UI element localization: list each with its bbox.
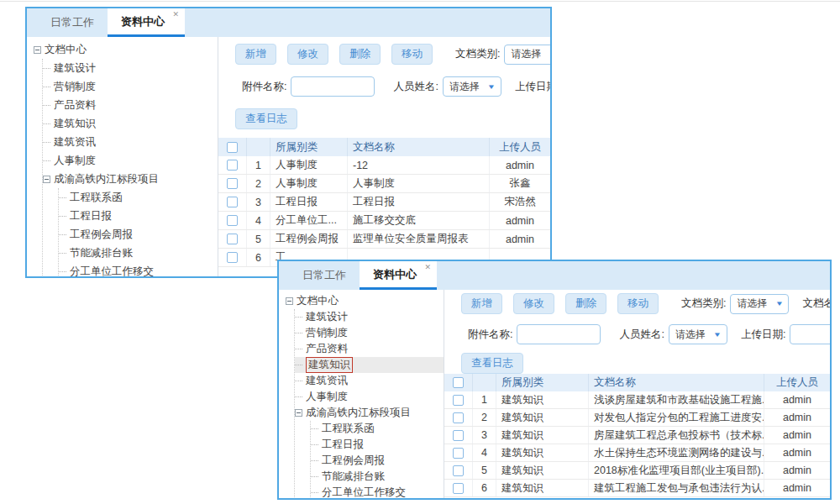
tree-connector [311, 476, 318, 477]
add-button[interactable]: 新增 [461, 293, 502, 314]
person-name-select[interactable]: 请选择 ▼ [669, 324, 727, 344]
move-button[interactable]: 移动 [391, 44, 433, 65]
tree-label: 建筑资讯 [306, 374, 348, 388]
table-row[interactable]: 1 人事制度 -12 admin [218, 156, 550, 175]
table-row[interactable]: 5 工程例会周报 监理单位安全质量周报表 admin [218, 230, 550, 249]
tab-label: 日常工作 [50, 15, 94, 30]
edit-button[interactable]: 修改 [287, 44, 328, 65]
tree-root-node[interactable]: 文档中心 [286, 293, 444, 309]
table-row[interactable]: 4 分工单位工... 施工移交交底 admin [218, 212, 550, 230]
table-row[interactable]: 2 人事制度 人事制度 张鑫 [218, 175, 550, 193]
table-row[interactable]: 1 建筑知识 浅谈房屋建筑和市政基础设施工程施... admin [444, 391, 830, 409]
doc-category-select[interactable]: 请选择 ▼ [504, 45, 550, 65]
tree-node[interactable]: 工程例会周报 [311, 453, 444, 469]
view-log-button[interactable]: 查看日志 [461, 353, 523, 374]
tab-daily-work[interactable]: 日常工作 [37, 8, 108, 37]
select-all-checkbox[interactable] [227, 142, 238, 153]
tree-label: 分工单位工作移交 [322, 486, 406, 498]
doc-category-select[interactable]: 请选择 ▼ [730, 294, 789, 314]
row-checkbox[interactable] [453, 483, 464, 494]
tree-node[interactable]: 工程日报 [59, 207, 218, 225]
tree-node[interactable]: 产品资料 [43, 96, 218, 114]
tree-node[interactable]: 营销制度 [43, 77, 218, 96]
row-checkbox[interactable] [227, 215, 238, 226]
close-icon[interactable]: ✕ [424, 264, 431, 271]
row-checkbox[interactable] [227, 252, 238, 263]
edit-button[interactable]: 修改 [513, 293, 554, 314]
tree-node[interactable]: 建筑设计 [43, 59, 218, 77]
row-index: 6 [247, 249, 270, 266]
row-checkbox[interactable] [453, 430, 464, 441]
tree-node[interactable]: 建筑资讯 [43, 133, 218, 151]
tree-node[interactable]: 分工单位工作移交 [311, 485, 444, 498]
tree-node[interactable]: 建筑设计 [295, 309, 444, 325]
row-uploader: 宋浩然 [490, 193, 550, 211]
row-checkbox[interactable] [453, 412, 464, 423]
tree-label: 成渝高铁内江标段项目 [306, 406, 411, 420]
tree-node[interactable]: 人事制度 [43, 151, 218, 170]
tree-node-selected[interactable]: 建筑知识 [295, 357, 444, 373]
row-checkbox[interactable] [227, 197, 238, 207]
tree-node[interactable]: 产品资料 [295, 341, 444, 357]
attachment-name-input[interactable] [291, 76, 375, 97]
table-row[interactable]: 4 建筑知识 水土保持生态环境监测网络的建设与... admin [444, 444, 830, 462]
tree-connector [43, 142, 50, 143]
row-checkbox[interactable] [227, 160, 238, 171]
tab-data-center[interactable]: 资料中心 ✕ [360, 261, 437, 290]
table-row[interactable]: 6 建筑知识 建筑工程施工发包与承包违法行为认... admin [444, 480, 830, 497]
tab-data-center[interactable]: 资料中心 ✕ [108, 8, 185, 37]
select-value: 请选择 [511, 47, 541, 61]
tree-node[interactable]: 工程日报 [311, 437, 444, 453]
select-all-checkbox[interactable] [453, 377, 464, 388]
tree-project-node[interactable]: 成渝高铁内江标段项目 [43, 170, 218, 188]
tree-node[interactable]: 建筑知识 [43, 114, 218, 133]
row-doc-name: 工程日报 [348, 193, 490, 211]
delete-button[interactable]: 删除 [339, 44, 381, 65]
tree-node[interactable]: 人事制度 [295, 389, 444, 405]
row-doc-name: 人事制度 [348, 175, 490, 192]
row-checkbox[interactable] [453, 448, 464, 459]
row-checkbox[interactable] [453, 395, 464, 406]
row-checkbox[interactable] [227, 234, 238, 244]
move-button[interactable]: 移动 [617, 293, 659, 314]
select-value: 请选择 [675, 328, 706, 342]
tree-root-node[interactable]: 文档中心 [34, 40, 218, 59]
tree-connector [59, 197, 66, 198]
row-uploader: admin [764, 409, 830, 426]
tab-daily-work[interactable]: 日常工作 [289, 261, 360, 290]
content-panel: 新增 修改 删除 移动 文档类别: 请选择 ▼ 附件名称: 人员姓名: 请选择 … [218, 37, 550, 276]
collapse-icon[interactable] [43, 176, 50, 183]
tree-connector [43, 160, 50, 161]
row-checkbox[interactable] [453, 465, 464, 476]
tree-node[interactable]: 建筑资讯 [295, 373, 444, 389]
table-row[interactable]: 5 建筑知识 2018标准化监理项目部(业主项目部)... admin [444, 462, 830, 480]
tree-project-node[interactable]: 成渝高铁内江标段项目 [295, 405, 444, 421]
view-log-button[interactable]: 查看日志 [235, 108, 297, 129]
tree-label: 人事制度 [54, 154, 96, 168]
attachment-name-input[interactable] [517, 324, 601, 344]
person-name-select[interactable]: 请选择 ▼ [443, 76, 501, 97]
close-icon[interactable]: ✕ [172, 11, 179, 18]
tree-node[interactable]: 工程例会周报 [59, 225, 218, 244]
add-button[interactable]: 新增 [235, 44, 276, 65]
tree-node[interactable]: 节能减排台账 [311, 469, 444, 485]
row-uploader: admin [490, 212, 550, 229]
tree-node[interactable]: 分工单位工作移交 [59, 262, 218, 276]
tree-node[interactable]: 营销制度 [295, 325, 444, 341]
doc-category-label: 文档类别: [455, 47, 500, 61]
tree-connector [311, 444, 318, 445]
row-checkbox[interactable] [227, 178, 238, 189]
tree-node[interactable]: 工程联系函 [59, 188, 218, 207]
tree-node[interactable]: 工程联系函 [311, 421, 444, 437]
index-header [473, 374, 496, 391]
collapse-icon[interactable] [34, 46, 41, 54]
delete-button[interactable]: 删除 [565, 293, 606, 314]
upload-date-input[interactable] [790, 324, 830, 344]
table-row[interactable]: 3 建筑知识 房屋建筑工程总承包投标书（技术标... admin [444, 427, 830, 444]
table-row[interactable]: 2 建筑知识 对发包人指定分包的工程施工进度安... admin [444, 409, 830, 427]
row-doc-name: 建筑工程施工发包与承包违法行为认... [589, 480, 764, 496]
table-row[interactable]: 3 工程日报 工程日报 宋浩然 [218, 193, 550, 212]
collapse-icon[interactable] [286, 297, 293, 305]
tree-node[interactable]: 节能减排台账 [59, 244, 218, 262]
collapse-icon[interactable] [295, 409, 302, 417]
